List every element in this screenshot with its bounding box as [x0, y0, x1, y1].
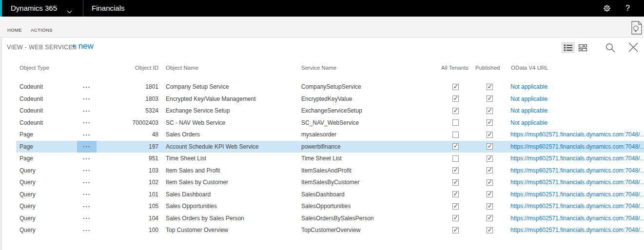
all-tenants-checkbox[interactable]: ✓: [452, 84, 459, 90]
search-page-bulb-icon[interactable]: [631, 21, 643, 35]
object-name-cell[interactable]: Item Sales by Customer: [166, 176, 297, 189]
odata-url-link[interactable]: Not applicable: [510, 96, 547, 102]
tab-home[interactable]: HOME: [7, 27, 22, 33]
published-checkbox[interactable]: ✓: [487, 96, 493, 102]
odata-url-link[interactable]: https://msp602571.financials.dynamics.co…: [510, 131, 644, 138]
app-switcher[interactable]: Dynamics 365: [11, 0, 57, 17]
service-name-cell[interactable]: TopCustomerOverview: [301, 224, 423, 236]
object-type-cell[interactable]: Query: [20, 200, 78, 212]
tiles-view-toggle[interactable]: [576, 42, 589, 53]
table-row[interactable]: Query ··· 100 Top Customer Overview TopC…: [16, 224, 644, 236]
object-name-cell[interactable]: Sales Opportunities: [166, 200, 297, 212]
published-checkbox[interactable]: ✓: [487, 119, 493, 126]
published-checkbox[interactable]: ✓: [487, 167, 493, 173]
published-checkbox[interactable]: ✓: [487, 84, 493, 90]
object-type-cell[interactable]: Query: [20, 189, 78, 201]
all-tenants-checkbox[interactable]: ✓: [452, 179, 459, 186]
table-row[interactable]: Query ··· 105 Sales Opportunities SalesO…: [16, 200, 644, 212]
odata-url-link[interactable]: https://msp602571.financials.dynamics.co…: [510, 227, 644, 233]
object-name-cell[interactable]: Item Sales and Profit: [166, 165, 297, 177]
gear-icon[interactable]: [603, 4, 612, 14]
table-row[interactable]: Query ··· 101 Sales Dashboard SalesDashb…: [16, 189, 644, 201]
object-type-cell[interactable]: Codeunit: [20, 93, 78, 105]
object-name-cell[interactable]: Account Schedule KPI Web Service: [166, 141, 297, 153]
all-tenants-checkbox[interactable]: ✓: [452, 203, 459, 210]
object-name-cell[interactable]: Top Customer Overview: [166, 224, 297, 236]
list-view-toggle[interactable]: [562, 42, 575, 53]
odata-url-link[interactable]: https://msp602571.financials.dynamics.co…: [510, 143, 644, 150]
row-options-ellipsis[interactable]: ···: [77, 141, 97, 153]
row-options-ellipsis[interactable]: ···: [77, 93, 97, 105]
odata-url-link[interactable]: https://msp602571.financials.dynamics.co…: [510, 203, 644, 210]
object-name-cell[interactable]: Sales Orders: [166, 129, 297, 141]
row-options-ellipsis[interactable]: ···: [77, 212, 97, 225]
table-row[interactable]: Codeunit ··· 5324 Exchange Service Setup…: [16, 105, 644, 117]
object-type-cell[interactable]: Query: [20, 212, 78, 225]
object-type-cell[interactable]: Page: [20, 141, 78, 153]
row-options-ellipsis[interactable]: ···: [77, 105, 97, 117]
all-tenants-checkbox[interactable]: ✓: [452, 143, 459, 150]
odata-url-link[interactable]: Not applicable: [510, 107, 547, 114]
object-name-cell[interactable]: Sales Dashboard: [166, 189, 297, 201]
service-name-cell[interactable]: mysalesorder: [301, 129, 423, 141]
row-options-ellipsis[interactable]: ···: [77, 176, 97, 189]
tab-actions[interactable]: ACTIONS: [31, 27, 53, 33]
object-type-cell[interactable]: Page: [20, 129, 78, 141]
object-id-cell[interactable]: 101: [112, 189, 158, 201]
odata-url-link[interactable]: https://msp602571.financials.dynamics.co…: [510, 155, 644, 162]
odata-url-link[interactable]: https://msp602571.financials.dynamics.co…: [510, 179, 644, 186]
odata-url-link[interactable]: Not applicable: [510, 119, 547, 126]
service-name-cell[interactable]: SC_NAV_WebService: [301, 117, 423, 129]
table-row[interactable]: Page ··· 197 Account Schedule KPI Web Se…: [16, 141, 644, 153]
row-options-ellipsis[interactable]: ···: [77, 165, 97, 177]
object-id-cell[interactable]: 1803: [112, 93, 158, 105]
published-checkbox[interactable]: ✓: [487, 179, 493, 186]
object-type-cell[interactable]: Page: [20, 153, 78, 165]
service-name-cell[interactable]: powerbifinance: [301, 141, 423, 153]
odata-url-link[interactable]: https://msp602571.financials.dynamics.co…: [510, 191, 644, 198]
object-type-cell[interactable]: Codeunit: [20, 81, 78, 93]
odata-url-link[interactable]: https://msp602571.financials.dynamics.co…: [510, 215, 644, 222]
object-id-cell[interactable]: 5324: [112, 105, 158, 117]
object-id-cell[interactable]: 105: [112, 200, 158, 212]
object-id-cell[interactable]: 100: [112, 224, 158, 236]
column-header-object-type[interactable]: Object Type: [20, 65, 49, 71]
table-row[interactable]: Codeunit ··· 70002403 SC - NAV Web Servi…: [16, 117, 644, 129]
published-checkbox[interactable]: ✓: [487, 227, 493, 233]
object-type-cell[interactable]: Codeunit: [20, 105, 78, 117]
odata-url-link[interactable]: Not applicable: [510, 83, 547, 90]
all-tenants-checkbox[interactable]: ✓: [452, 215, 459, 221]
object-id-cell[interactable]: 1801: [112, 81, 158, 93]
row-options-ellipsis[interactable]: ···: [77, 129, 97, 141]
column-header-odata-v4-url[interactable]: OData V4 URL: [511, 65, 548, 71]
search-icon[interactable]: [605, 42, 616, 54]
row-options-ellipsis[interactable]: ···: [77, 224, 97, 236]
object-name-cell[interactable]: Time Sheet List: [166, 153, 297, 165]
column-header-object-name[interactable]: Object Name: [166, 65, 198, 71]
table-row[interactable]: Codeunit ··· 1801 Company Setup Service …: [16, 81, 644, 93]
help-icon[interactable]: ?: [625, 0, 630, 17]
object-type-cell[interactable]: Query: [20, 165, 78, 177]
table-row[interactable]: Page ··· 951 Time Sheet List Time Sheet …: [16, 153, 644, 165]
new-button[interactable]: + new: [71, 41, 94, 51]
published-checkbox[interactable]: ✓: [487, 191, 493, 197]
column-header-published[interactable]: Published: [475, 65, 500, 71]
all-tenants-checkbox[interactable]: [452, 132, 459, 138]
service-name-cell[interactable]: SalesOrdersBySalesPerson: [301, 212, 423, 225]
object-id-cell[interactable]: 104: [112, 212, 158, 225]
object-name-cell[interactable]: Sales Orders by Sales Person: [166, 212, 297, 225]
service-name-cell[interactable]: ItemSalesAndProfit: [301, 165, 423, 177]
column-header-all-tenants[interactable]: All Tenants: [441, 65, 468, 71]
chevron-down-icon[interactable]: [67, 7, 72, 16]
row-options-ellipsis[interactable]: ···: [77, 117, 97, 129]
object-id-cell[interactable]: 951: [112, 153, 158, 165]
service-name-cell[interactable]: ExchangeServiceSetup: [301, 105, 423, 117]
service-name-cell[interactable]: SalesDashboard: [301, 189, 423, 201]
service-name-cell[interactable]: Time Sheet List: [301, 153, 423, 165]
object-id-cell[interactable]: 102: [112, 176, 158, 189]
object-name-cell[interactable]: Encrypted Key/Value Management: [166, 93, 297, 105]
published-checkbox[interactable]: ✓: [487, 132, 493, 138]
published-checkbox[interactable]: ✓: [487, 143, 493, 150]
service-name-cell[interactable]: ItemSalesByCustomer: [301, 176, 423, 189]
table-row[interactable]: Query ··· 103 Item Sales and Profit Item…: [16, 165, 644, 177]
